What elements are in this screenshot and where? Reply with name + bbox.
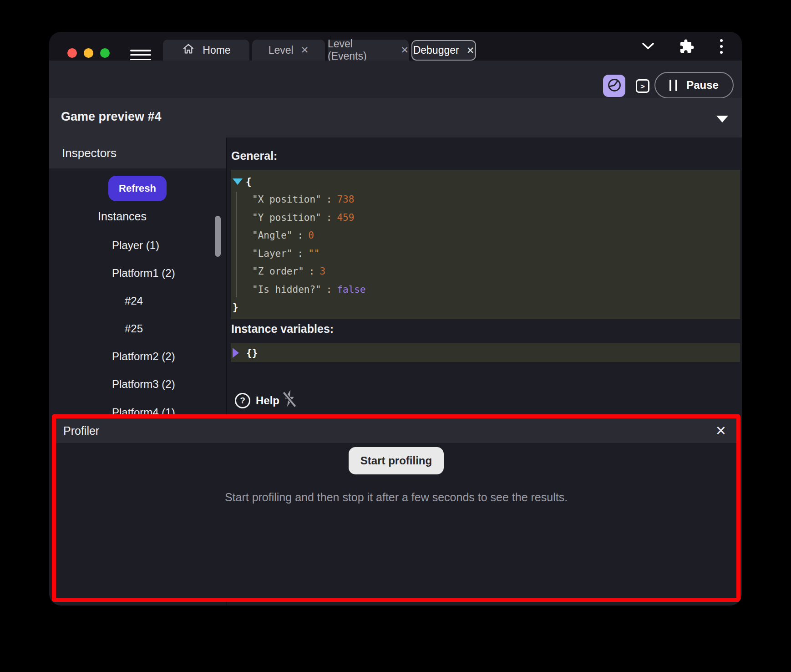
- tree-item-instance-24[interactable]: #24: [125, 295, 143, 307]
- tab-level[interactable]: Level ✕: [252, 40, 325, 61]
- json-property-row: "Z order":3: [233, 263, 740, 281]
- home-icon: [182, 42, 195, 58]
- chevron-down-icon[interactable]: [642, 32, 654, 61]
- tab-debugger[interactable]: Debugger ✕: [411, 40, 476, 61]
- gauge-icon: [607, 77, 622, 95]
- inspectors-header: Inspectors: [49, 137, 226, 168]
- kebab-menu-icon[interactable]: [720, 32, 723, 61]
- pause-icon: [669, 80, 677, 91]
- tab-label: Level: [269, 44, 294, 56]
- close-tab-icon[interactable]: ✕: [466, 45, 475, 56]
- start-profiling-button[interactable]: Start profiling: [349, 447, 444, 474]
- indent-guide: [236, 192, 237, 297]
- json-property-row: "X position":738: [233, 191, 740, 209]
- console-prompt-icon: >: [640, 82, 645, 91]
- app-window: Home Level ✕ Level (Events) ✕ Debugger ✕: [49, 32, 742, 606]
- profiler-hint-text: Start profiling and then stop it after a…: [56, 491, 736, 504]
- pause-label: Pause: [686, 79, 719, 92]
- profiler-body: Start profiling Start profiling and then…: [56, 443, 736, 504]
- tab-label: Level (Events): [328, 38, 393, 62]
- json-property-row: "Is hidden?":false: [233, 280, 740, 299]
- minimize-window-button[interactable]: [84, 48, 93, 58]
- tab-bar: Home Level ✕ Level (Events) ✕ Debugger ✕: [49, 32, 742, 61]
- extensions-puzzle-icon[interactable]: [679, 32, 695, 61]
- json-property-row: "Angle":0: [233, 227, 740, 245]
- pause-button[interactable]: Pause: [654, 72, 734, 98]
- close-window-button[interactable]: [67, 48, 77, 58]
- instance-variables-view: {}: [231, 343, 740, 362]
- close-profiler-icon[interactable]: ✕: [715, 424, 726, 438]
- tab-label: Debugger: [413, 44, 459, 56]
- open-brace: {: [246, 176, 252, 187]
- tree-item-instance-25[interactable]: #25: [125, 322, 143, 335]
- collapse-arrow-icon[interactable]: [233, 178, 243, 185]
- empty-object: {}: [246, 347, 258, 358]
- debugger-toolbar: > Pause: [49, 61, 742, 98]
- close-tab-icon[interactable]: ✕: [401, 45, 409, 56]
- profiler-title: Profiler: [63, 424, 99, 438]
- tab-level-events[interactable]: Level (Events) ✕: [328, 40, 409, 61]
- json-property-row: "Layer":"": [233, 244, 740, 263]
- console-button[interactable]: >: [636, 79, 649, 93]
- tree-item-instances[interactable]: Instances: [98, 210, 147, 223]
- close-brace: }: [233, 302, 238, 313]
- json-property-row: "Y position":459: [233, 209, 740, 227]
- profiler-panel: Profiler ✕ Start profiling Start profili…: [52, 414, 740, 602]
- close-tab-icon[interactable]: ✕: [301, 45, 309, 56]
- refresh-button[interactable]: Refresh: [108, 176, 167, 201]
- maximize-window-button[interactable]: [100, 48, 110, 58]
- tree-item-platform2[interactable]: Platform2 (2): [112, 350, 175, 363]
- tab-home[interactable]: Home: [163, 40, 249, 61]
- game-preview-header[interactable]: Game preview #4: [49, 98, 742, 137]
- help-label[interactable]: Help: [256, 394, 279, 407]
- tree-item-player[interactable]: Player (1): [112, 239, 159, 252]
- profiler-toggle-button[interactable]: [603, 75, 625, 97]
- sidebar-scrollbar[interactable]: [215, 216, 221, 257]
- inspectors-title: Inspectors: [62, 146, 117, 160]
- profiler-header: Profiler ✕: [56, 418, 736, 443]
- main-menu-icon[interactable]: [130, 50, 151, 60]
- instance-variables-label: Instance variables:: [231, 322, 334, 336]
- window-controls: [67, 48, 110, 58]
- expand-arrow-icon[interactable]: [233, 348, 239, 358]
- tree-item-platform3[interactable]: Platform3 (2): [112, 378, 175, 391]
- help-icon[interactable]: ?: [235, 393, 250, 408]
- dropdown-arrow-icon[interactable]: [716, 116, 728, 122]
- flash-off-icon[interactable]: [281, 388, 298, 412]
- general-section-label: General:: [231, 149, 277, 163]
- game-preview-title: Game preview #4: [61, 110, 162, 124]
- tab-label: Home: [203, 44, 230, 56]
- general-json-view: { "X position":738 "Y position":459 "Ang…: [231, 170, 740, 319]
- tree-item-platform1[interactable]: Platform1 (2): [112, 267, 175, 280]
